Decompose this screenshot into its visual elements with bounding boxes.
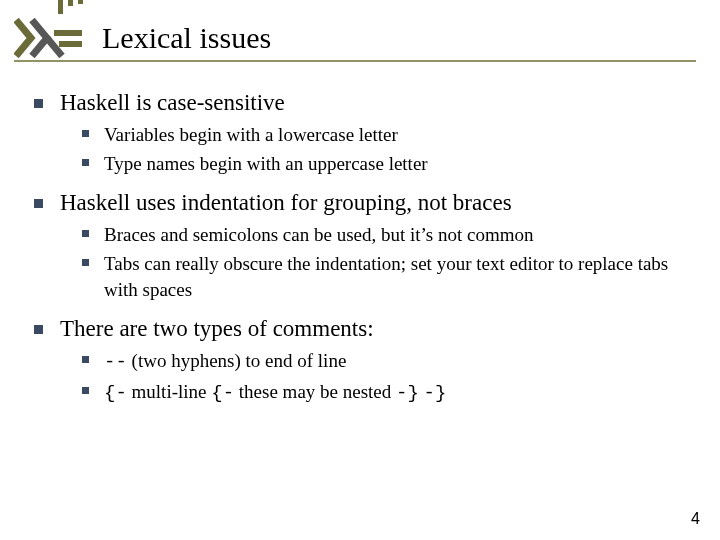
slide-content: Haskell is case-sensitive Variables begi… [34,90,696,420]
bullet-comments: There are two types of comments: -- (two… [34,316,696,406]
code-open2: {- [211,382,234,404]
bullet-case-sensitive: Haskell is case-sensitive Variables begi… [34,90,696,176]
sub-bullet: Tabs can really obscure the indentation;… [82,251,696,302]
code-close2: -} [424,382,447,404]
sub-bullet-block-comment: {- multi-line {- these may be nested -} … [82,379,696,407]
sub-bullet: Braces and semicolons can be used, but i… [82,222,696,248]
page-number: 4 [691,510,700,528]
title-underline [14,60,696,62]
code-double-hyphen: -- [104,351,127,373]
text: these may be nested [234,381,396,402]
haskell-logo-icon [14,18,84,58]
sub-bullet: Type names begin with an uppercase lette… [82,151,696,177]
slide-title: Lexical issues [102,21,271,55]
bullet-text: There are two types of comments: [60,316,374,341]
bullet-indentation: Haskell uses indentation for grouping, n… [34,190,696,302]
sub-bullet: Variables begin with a lowercase letter [82,122,696,148]
code-close1: -} [396,382,419,404]
code-open1: {- [104,382,127,404]
text: multi-line [127,381,211,402]
header-row: Lexical issues [14,18,700,58]
text: (two hyphens) to end of line [127,350,347,371]
top-tick-decor [0,0,720,8]
bullet-text: Haskell uses indentation for grouping, n… [60,190,512,215]
sub-bullet-line-comment: -- (two hyphens) to end of line [82,348,696,376]
bullet-text: Haskell is case-sensitive [60,90,285,115]
